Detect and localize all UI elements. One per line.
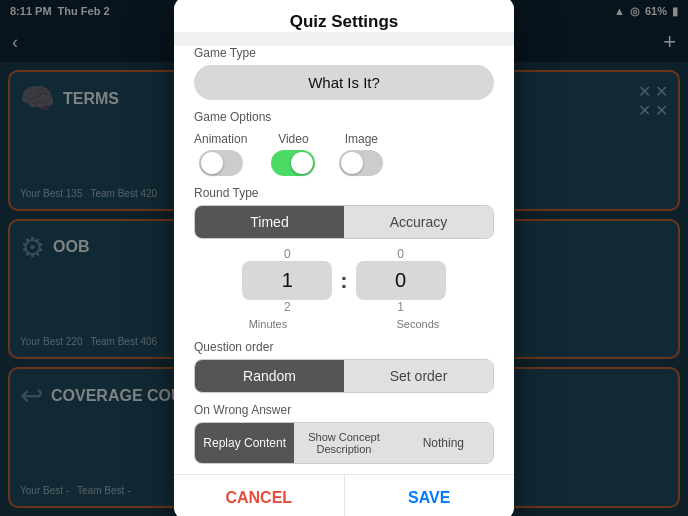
- round-type-accuracy-button[interactable]: Accuracy: [344, 206, 493, 238]
- seconds-label: Seconds: [397, 318, 440, 330]
- video-toggle[interactable]: [271, 150, 315, 176]
- question-order-random-button[interactable]: Random: [195, 360, 344, 392]
- wrong-answer-nothing-button[interactable]: Nothing: [394, 423, 493, 463]
- quiz-settings-modal: Quiz Settings Game Type What Is It? Game…: [174, 0, 514, 516]
- modal-overlay: Quiz Settings Game Type What Is It? Game…: [0, 0, 688, 516]
- wrong-answer-concept-button[interactable]: Show Concept Description: [294, 423, 393, 463]
- round-type-segmented: Timed Accuracy: [194, 205, 494, 239]
- question-order-label: Question order: [194, 340, 494, 354]
- video-toggle-thumb: [291, 152, 313, 174]
- question-order-segmented: Random Set order: [194, 359, 494, 393]
- game-options-label: Game Options: [194, 110, 494, 124]
- time-picker: 0 1 2 : 0 0 1: [194, 247, 494, 314]
- modal-title: Quiz Settings: [194, 12, 494, 32]
- video-option: Video: [271, 132, 315, 176]
- minutes-current[interactable]: 1: [242, 261, 332, 300]
- image-label: Image: [345, 132, 378, 146]
- minutes-above: 0: [284, 247, 291, 261]
- animation-toggle-thumb: [201, 152, 223, 174]
- seconds-below: 1: [397, 300, 404, 314]
- modal-header: Quiz Settings: [174, 0, 514, 32]
- game-options-row: Animation Video Image: [194, 132, 494, 176]
- image-toggle[interactable]: [339, 150, 383, 176]
- animation-option: Animation: [194, 132, 247, 176]
- game-type-label: Game Type: [194, 46, 494, 60]
- round-type-timed-button[interactable]: Timed: [195, 206, 344, 238]
- animation-toggle[interactable]: [199, 150, 243, 176]
- video-label: Video: [278, 132, 308, 146]
- modal-body: Game Type What Is It? Game Options Anima…: [174, 46, 514, 474]
- animation-label: Animation: [194, 132, 247, 146]
- image-toggle-thumb: [341, 152, 363, 174]
- seconds-above: 0: [397, 247, 404, 261]
- minutes-label: Minutes: [249, 318, 288, 330]
- wrong-answer-replay-button[interactable]: Replay Content: [195, 423, 294, 463]
- wrong-answer-label: On Wrong Answer: [194, 403, 494, 417]
- time-labels: Minutes Seconds: [194, 318, 494, 330]
- save-button[interactable]: SAVE: [345, 475, 515, 517]
- minutes-below: 2: [284, 300, 291, 314]
- minutes-column: 0 1 2: [242, 247, 332, 314]
- modal-footer: CANCEL SAVE: [174, 475, 514, 517]
- round-type-label: Round Type: [194, 186, 494, 200]
- seconds-column: 0 0 1: [356, 247, 446, 314]
- time-separator: :: [340, 268, 347, 294]
- image-option: Image: [339, 132, 383, 176]
- seconds-current[interactable]: 0: [356, 261, 446, 300]
- cancel-button[interactable]: CANCEL: [174, 475, 344, 517]
- wrong-answer-segmented: Replay Content Show Concept Description …: [194, 422, 494, 464]
- question-order-set-button[interactable]: Set order: [344, 360, 493, 392]
- game-type-button[interactable]: What Is It?: [194, 65, 494, 100]
